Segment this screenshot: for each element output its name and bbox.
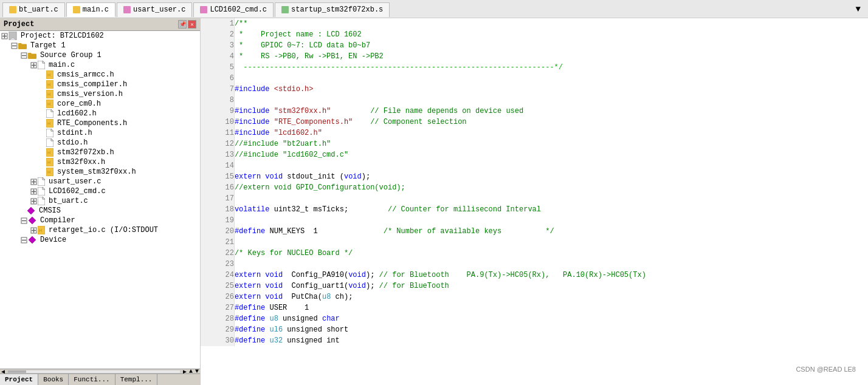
code-content[interactable]	[234, 73, 868, 84]
tree-item[interactable]: stdio.h	[0, 138, 200, 148]
tree-item[interactable]: Hretarget_io.c (I/O:STDOUT	[0, 225, 200, 235]
tree-item[interactable]: LCD1602_cmd.c	[0, 186, 200, 196]
tree-item-label: Device	[40, 236, 66, 244]
tree-item[interactable]: usart_user.c	[0, 177, 200, 186]
tree-item[interactable]: bt_uart.c	[0, 196, 200, 206]
tree-item[interactable]: Hstm32f072xb.h	[0, 148, 200, 157]
code-content[interactable]	[234, 193, 868, 204]
tree-item-label: lcd1602.h	[57, 109, 97, 118]
code-content[interactable]: //extern void GPIO_Configuration(void);	[234, 182, 868, 193]
code-row: 9#include "stm32f0xx.h" // File name dep…	[201, 106, 868, 117]
tab-dropdown-button[interactable]: ▼	[851, 3, 866, 15]
tree-item[interactable]: Hcore_cm0.h	[0, 99, 200, 109]
svg-marker-40	[29, 217, 36, 224]
footer-tab-templ[interactable]: Templ...	[115, 374, 158, 385]
code-content[interactable]: #include <stdio.h>	[234, 84, 868, 95]
code-content[interactable]: extern void Config_uart1(void); // for B…	[234, 281, 868, 291]
tree-item[interactable]: stdint.h	[0, 128, 200, 138]
code-content[interactable]	[234, 259, 868, 270]
tree-item[interactable]: CMSIS	[0, 206, 200, 216]
code-content[interactable]: #define u8 unsigned char	[234, 313, 868, 324]
tab-main-c[interactable]: main.c	[66, 2, 115, 17]
scroll-thumb[interactable]	[8, 370, 26, 373]
tree-item[interactable]: Hcmsis_armcc.h	[0, 70, 200, 80]
tree-expand-icon[interactable]	[0, 33, 9, 39]
panel-header-icons: 📌 ✕	[178, 20, 196, 29]
code-content[interactable]: //#include "lcd1602_cmd.c"	[234, 149, 868, 160]
footer-tab-books[interactable]: Books	[38, 374, 69, 385]
code-content[interactable]: ----------------------------------------…	[234, 62, 868, 73]
footer-tab-project[interactable]: Project	[0, 374, 38, 385]
code-content[interactable]: * Project name : LCD 1602	[234, 29, 868, 40]
code-row: 3 * GPIOC 0~7: LCD data b0~b7	[201, 40, 868, 51]
tab-startup_stm32f072xb-s[interactable]: startup_stm32f072xb.s	[275, 2, 390, 17]
tree-expand-icon[interactable]	[10, 43, 18, 49]
code-content[interactable]: volatile uint32_t msTicks; // Counter fo…	[234, 204, 868, 215]
tree-item[interactable]: Device	[0, 235, 200, 245]
tree-item[interactable]: Project: BT2LCD1602	[0, 31, 200, 41]
tab-bt_uart-c[interactable]: bt_uart.c	[2, 2, 65, 17]
code-content[interactable]: #define u32 unsigned int	[234, 335, 868, 346]
tree-item[interactable]: Hstm32f0xx.h	[0, 157, 200, 167]
pin-icon[interactable]: 📌	[178, 20, 187, 29]
code-row: 20#define NUM_KEYS 1 /* Number of availa…	[201, 226, 868, 237]
code-content[interactable]: /* Keys for NUCLEO Board */	[234, 248, 868, 259]
tree-expand-icon[interactable]	[29, 62, 38, 69]
code-content[interactable]: //#include "bt2uart.h"	[234, 138, 868, 149]
tree-item[interactable]: Hcmsis_version.h	[0, 89, 200, 99]
tree-expand-icon[interactable]	[29, 227, 38, 234]
code-content[interactable]: /**	[234, 18, 868, 29]
code-content[interactable]: extern void PutCha(u8 ch);	[234, 291, 868, 302]
line-number: 9	[201, 106, 234, 117]
footer-tab-functi[interactable]: Functi...	[69, 374, 115, 385]
tree-expand-icon[interactable]	[29, 188, 38, 195]
tree-expand-icon[interactable]	[29, 179, 38, 185]
tab-LCD1602_cmd-c[interactable]: LCD1602_cmd.c	[193, 2, 274, 17]
tree-item[interactable]: main.c	[0, 60, 200, 70]
code-content[interactable]	[234, 215, 868, 226]
line-number: 21	[201, 237, 234, 248]
svg-text:H: H	[47, 73, 50, 77]
code-content[interactable]: extern void Config_PA910(void); // for B…	[234, 270, 868, 281]
tree-file-icon: H	[46, 80, 53, 89]
tree-expand-icon[interactable]	[29, 198, 38, 205]
tree-item[interactable]: Source Group 1	[0, 50, 200, 60]
code-content[interactable]: * GPIOC 0~7: LCD data b0~b7	[234, 40, 868, 51]
code-content[interactable]	[234, 160, 868, 171]
tab-icon-main-c	[73, 6, 80, 13]
code-content[interactable]: #include "stm32f0xx.h" // File name depe…	[234, 106, 868, 117]
tree-item[interactable]: Target 1	[0, 41, 200, 50]
tab-icon-LCD1602_cmd-c	[200, 6, 207, 13]
code-content[interactable]: extern void stdout_init (void);	[234, 171, 868, 182]
code-content[interactable]: #define USER 1	[234, 302, 868, 313]
tree-expand-icon[interactable]	[19, 237, 28, 244]
line-number: 29	[201, 324, 234, 335]
tree-expand-icon[interactable]	[19, 217, 28, 224]
tree-file-icon	[28, 216, 36, 225]
code-content[interactable]: * RS ->PB0, Rw ->PB1, EN ->PB2	[234, 51, 868, 62]
tab-icon-usart_user-c	[123, 6, 131, 13]
code-content[interactable]: #define ul6 unsigned short	[234, 324, 868, 335]
tree-item[interactable]: Hsystem_stm32f0xx.h	[0, 167, 200, 177]
code-content[interactable]: #include "lcd1602.h"	[234, 128, 868, 138]
code-scroll[interactable]: 1/**2 * Project name : LCD 16023 * GPIOC…	[201, 18, 868, 385]
tree-item[interactable]: HRTE_Components.h	[0, 118, 200, 128]
tab-usart_user-c[interactable]: usart_user.c	[117, 2, 192, 17]
close-icon[interactable]: ✕	[188, 20, 196, 29]
tree-item[interactable]: Hcmsis_compiler.h	[0, 80, 200, 89]
horizontal-scrollbar[interactable]: ◀ ▶ ▲ ▼	[0, 369, 200, 373]
tree-file-icon	[27, 206, 35, 215]
code-content[interactable]: #define NUM_KEYS 1 /* Number of availabl…	[234, 226, 868, 237]
scroll-track[interactable]	[7, 370, 181, 373]
code-row: 29#define ul6 unsigned short	[201, 324, 868, 335]
tab-bar: bt_uart.cmain.cusart_user.cLCD1602_cmd.c…	[0, 0, 868, 18]
code-content[interactable]	[234, 95, 868, 106]
tree-item[interactable]: Compiler	[0, 216, 200, 225]
watermark: CSDN @READ LE8	[796, 366, 856, 373]
tree-expand-icon[interactable]	[19, 52, 28, 59]
code-content[interactable]	[234, 237, 868, 248]
code-content[interactable]: #include "RTE_Components.h" // Component…	[234, 117, 868, 128]
svg-text:H: H	[47, 160, 50, 165]
panel-header: Project 📌 ✕	[0, 18, 200, 31]
tree-item[interactable]: lcd1602.h	[0, 109, 200, 118]
